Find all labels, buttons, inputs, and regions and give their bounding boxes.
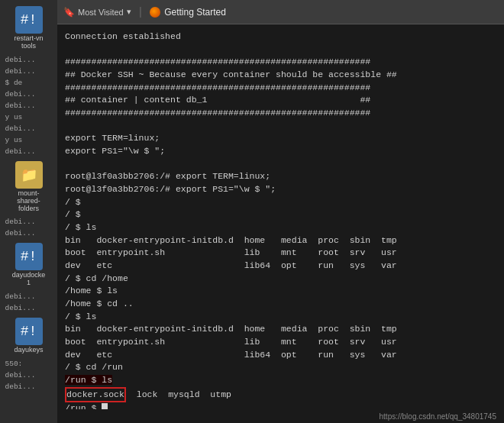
topbar-separator: | (137, 6, 144, 18)
firefox-icon (150, 7, 160, 18)
sidebar-icon-dayudocker: #! (15, 243, 43, 270)
sidebar-text-11: debi... (2, 228, 56, 238)
sidebar-text-5: debi... (2, 101, 56, 111)
sidebar-text-16: debi... (2, 382, 56, 392)
sidebar: #! restart-vntools debi... debi... $ de … (0, 0, 57, 423)
main-area: 🔖 Most Visited ▾ | Getting Started Conne… (57, 0, 504, 423)
sidebar-label-dayudocker: dayudocke1 (12, 272, 46, 287)
bookmark-icon: 🔖 (63, 7, 75, 18)
sidebar-icon-dayukeys: #! (15, 318, 43, 345)
status-bar: https://blog.csdn.net/qq_34801745 (57, 409, 504, 423)
sidebar-text-13: debi... (2, 303, 56, 313)
sidebar-text-6: y us (2, 112, 56, 122)
bookmark-menu[interactable]: 🔖 Most Visited ▾ (63, 7, 131, 18)
sidebar-text-2: debi... (2, 66, 56, 76)
connection-line: Connection established (65, 31, 181, 41)
topbar-tab[interactable]: Getting Started (150, 7, 226, 18)
sidebar-item-restart-vn[interactable]: #! restart-vntools (2, 3, 56, 53)
sidebar-label-dayukeys: dayukeys (14, 347, 43, 354)
bookmark-label: Most Visited (78, 8, 124, 17)
sidebar-text-1: debi... (2, 55, 56, 65)
sidebar-label-mount: mount-shared-folders (17, 190, 40, 213)
sidebar-text-8: y us (2, 135, 56, 145)
tab-label: Getting Started (164, 7, 226, 18)
sidebar-text-14: 550: (2, 359, 56, 369)
sidebar-text-10: debi... (2, 217, 56, 227)
terminal[interactable]: Connection established #################… (57, 24, 504, 409)
sidebar-text-4: debi... (2, 89, 56, 99)
terminal-output: Connection established #################… (65, 31, 496, 409)
sidebar-text-12: debi... (2, 292, 56, 302)
sidebar-text-3: $ de (2, 78, 56, 88)
sidebar-text-7: debi... (2, 124, 56, 134)
sidebar-label-restart: restart-vntools (14, 35, 43, 50)
topbar: 🔖 Most Visited ▾ | Getting Started (57, 0, 504, 24)
status-url: https://blog.csdn.net/qq_34801745 (380, 412, 496, 421)
sidebar-text-9: debi... (2, 147, 56, 157)
bookmark-arrow: ▾ (127, 7, 131, 17)
sidebar-item-mount[interactable]: 📁 mount-shared-folders (2, 158, 56, 216)
sidebar-item-dayudocker[interactable]: #! dayudocke1 (2, 240, 56, 290)
sidebar-text-15: debi... (2, 370, 56, 380)
sidebar-icon-folder: 📁 (15, 161, 43, 189)
sidebar-icon-restart: #! (15, 6, 43, 34)
sidebar-item-dayukeys[interactable]: #! dayukeys (2, 315, 56, 357)
